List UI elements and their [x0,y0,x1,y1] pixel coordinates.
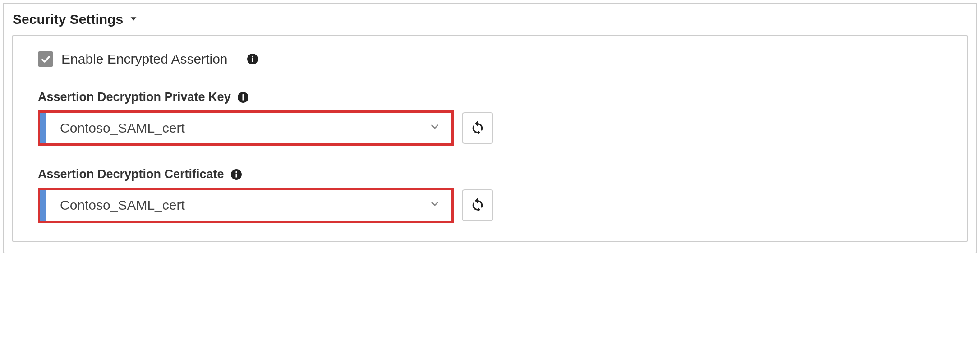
select-accent-bar [40,113,46,143]
svg-point-8 [235,171,237,173]
private-key-group: Assertion Decryption Private Key Contoso… [38,90,949,146]
certificate-label: Assertion Decryption Certificate [38,167,224,181]
info-icon[interactable] [247,53,258,65]
enable-encrypted-label: Enable Encrypted Assertion [61,51,228,67]
private-key-control-row: Contoso_SAML_cert [38,110,949,146]
certificate-select[interactable]: Contoso_SAML_cert [40,190,451,221]
chevron-down-icon [429,121,441,135]
private-key-label: Assertion Decryption Private Key [38,90,231,104]
security-settings-panel: Security Settings Enable Encrypted Asser… [3,3,977,253]
enable-encrypted-row: Enable Encrypted Assertion [38,51,949,67]
section-body: Enable Encrypted Assertion Assertion Dec… [12,35,968,242]
refresh-icon [470,198,485,213]
certificate-select-highlight: Contoso_SAML_cert [38,188,454,223]
refresh-icon [470,120,485,136]
private-key-select[interactable]: Contoso_SAML_cert [40,113,451,143]
info-icon[interactable] [230,169,242,180]
certificate-group: Assertion Decryption Certificate Contoso… [38,167,949,223]
private-key-label-row: Assertion Decryption Private Key [38,90,949,104]
chevron-down-icon [429,198,441,212]
private-key-select-value: Contoso_SAML_cert [46,120,429,136]
private-key-select-highlight: Contoso_SAML_cert [38,110,454,146]
certificate-label-row: Assertion Decryption Certificate [38,167,949,181]
svg-rect-7 [235,173,237,177]
certificate-refresh-button[interactable] [462,189,493,221]
section-title: Security Settings [13,12,123,27]
svg-rect-1 [252,58,253,62]
section-header[interactable]: Security Settings [13,12,968,27]
certificate-select-value: Contoso_SAML_cert [46,198,429,213]
svg-rect-4 [242,96,244,100]
private-key-refresh-button[interactable] [462,112,493,144]
svg-point-5 [242,94,244,96]
select-accent-bar [40,190,46,221]
svg-point-2 [252,56,253,58]
caret-down-icon [129,12,138,27]
enable-encrypted-checkbox[interactable] [38,51,53,67]
certificate-control-row: Contoso_SAML_cert [38,188,949,223]
info-icon[interactable] [237,92,249,103]
